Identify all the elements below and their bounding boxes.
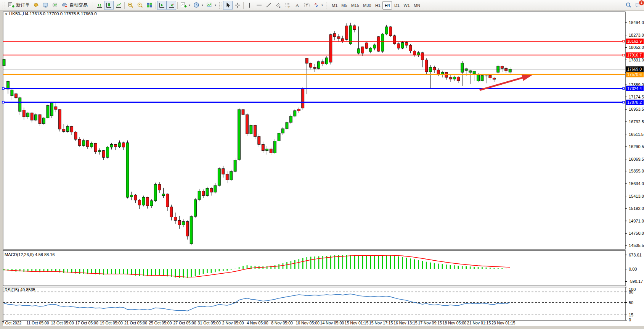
candle[interactable] (58, 110, 61, 129)
candle[interactable] (397, 44, 400, 48)
candle[interactable] (35, 115, 37, 120)
candle[interactable] (481, 76, 483, 81)
candle[interactable] (405, 42, 408, 45)
candle[interactable] (377, 37, 380, 51)
timeframe-button-m30[interactable]: M30 (361, 1, 373, 10)
candle[interactable] (250, 125, 252, 134)
candle[interactable] (106, 147, 109, 158)
timeframe-button-m5[interactable]: M5 (339, 1, 349, 10)
candle[interactable] (457, 77, 459, 81)
candle[interactable] (198, 191, 201, 200)
candle[interactable] (47, 106, 49, 118)
candle[interactable] (270, 149, 272, 153)
candle[interactable] (118, 143, 121, 147)
candle[interactable] (489, 75, 491, 78)
candle[interactable] (381, 34, 384, 51)
new-order-button[interactable]: 新订单 (6, 1, 31, 10)
candle[interactable] (501, 66, 503, 68)
crosshair-button[interactable] (233, 1, 242, 10)
candle[interactable] (174, 217, 177, 221)
candle[interactable] (66, 126, 69, 131)
candle[interactable] (266, 149, 268, 150)
line-handle[interactable] (623, 102, 625, 103)
channel-button[interactable]: E (273, 1, 283, 10)
candle[interactable] (242, 110, 244, 115)
autotrade-button[interactable]: 自动交易 (60, 1, 89, 10)
candle[interactable] (429, 67, 432, 72)
candle[interactable] (385, 27, 388, 34)
candle[interactable] (190, 216, 193, 244)
timeframe-button-m15[interactable]: M15 (349, 1, 361, 10)
candle[interactable] (441, 73, 444, 74)
tile-windows-button[interactable] (145, 1, 154, 10)
candle[interactable] (82, 140, 85, 145)
candle[interactable] (493, 78, 495, 79)
candle[interactable] (114, 144, 117, 147)
trendline-button[interactable] (264, 1, 273, 10)
candle[interactable] (345, 26, 348, 39)
candle[interactable] (98, 151, 101, 152)
candle[interactable] (126, 143, 129, 197)
gold-widget-button[interactable] (31, 1, 41, 10)
candle[interactable] (39, 115, 41, 124)
candle[interactable] (178, 220, 181, 225)
line-handle[interactable] (2, 102, 4, 103)
candle[interactable] (43, 118, 45, 124)
candle[interactable] (333, 34, 336, 37)
monitor-button[interactable] (41, 1, 50, 10)
candle[interactable] (166, 194, 169, 207)
candle[interactable] (134, 195, 137, 200)
candle[interactable] (158, 184, 161, 190)
timeframe-button-mn[interactable]: MN (412, 1, 422, 10)
candle[interactable] (469, 71, 472, 72)
candle[interactable] (329, 35, 332, 62)
candle[interactable] (286, 123, 288, 129)
candle[interactable] (90, 143, 93, 147)
profiles-button[interactable]: ▾ (192, 1, 205, 10)
new-chart-button[interactable]: ▾ (179, 1, 192, 10)
candle[interactable] (186, 221, 189, 236)
search-button[interactable] (624, 1, 633, 10)
candle[interactable] (222, 169, 225, 174)
candle[interactable] (110, 144, 113, 147)
zoom-in-button[interactable] (126, 1, 135, 10)
candle[interactable] (389, 27, 392, 36)
candle[interactable] (509, 69, 511, 72)
candle[interactable] (214, 185, 217, 192)
candle[interactable] (74, 132, 77, 139)
candle[interactable] (3, 60, 5, 66)
candle[interactable] (357, 49, 360, 53)
candle[interactable] (234, 160, 236, 171)
candle[interactable] (55, 107, 57, 110)
candle[interactable] (274, 141, 276, 153)
candle[interactable] (146, 197, 149, 206)
zoom-out-button[interactable] (135, 1, 145, 10)
candle[interactable] (194, 200, 197, 216)
candle[interactable] (302, 89, 304, 108)
candle[interactable] (210, 188, 212, 192)
candle[interactable] (449, 77, 451, 79)
candle[interactable] (202, 191, 205, 196)
broadcast-button[interactable] (50, 1, 60, 10)
candle[interactable] (294, 111, 296, 116)
shapes-button[interactable]: ▾ (312, 1, 324, 10)
vertical-line-button[interactable] (245, 1, 254, 10)
candle[interactable] (122, 143, 125, 147)
candle[interactable] (409, 45, 412, 51)
candle[interactable] (238, 110, 241, 160)
candle[interactable] (154, 184, 157, 201)
candle[interactable] (361, 47, 364, 53)
chart-background[interactable] (3, 11, 644, 326)
candle[interactable] (150, 201, 153, 206)
candle[interactable] (254, 125, 256, 136)
candle[interactable] (318, 62, 320, 69)
candle[interactable] (14, 94, 17, 98)
candle[interactable] (353, 26, 356, 29)
line-handle[interactable] (623, 87, 625, 89)
text-label-button[interactable]: T (302, 1, 312, 10)
candle[interactable] (138, 200, 141, 205)
candle[interactable] (485, 76, 487, 76)
candle[interactable] (63, 129, 65, 132)
candle[interactable] (417, 53, 420, 55)
candle[interactable] (246, 115, 248, 134)
